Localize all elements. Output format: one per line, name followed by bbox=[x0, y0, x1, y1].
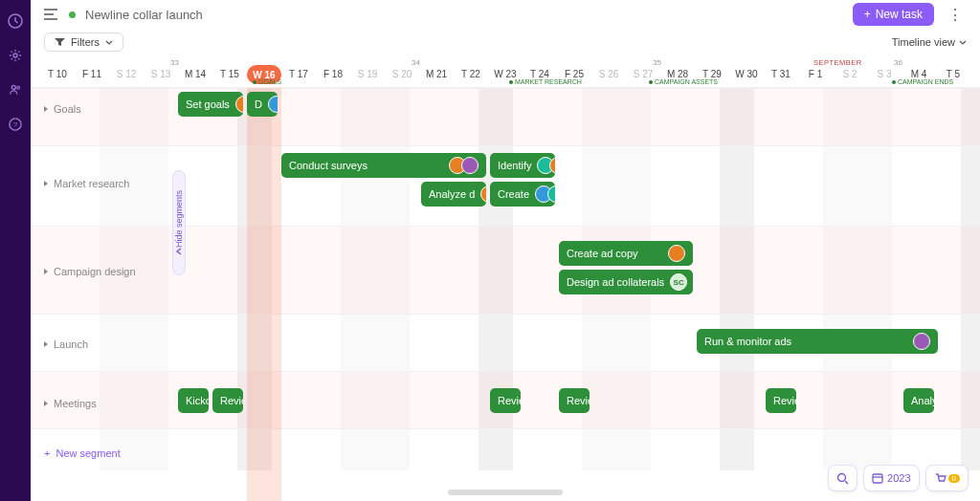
cart-button[interactable]: 0 bbox=[925, 465, 969, 491]
task-conduct-surveys[interactable]: Conduct surveys bbox=[281, 153, 486, 178]
task-run-monitor-ads[interactable]: Run & monitor ads bbox=[697, 329, 938, 354]
caret-icon bbox=[44, 269, 48, 274]
task-identify[interactable]: Identify bbox=[490, 153, 555, 178]
segment-campaign-design[interactable]: Campaign design bbox=[44, 266, 136, 277]
gear-icon[interactable] bbox=[8, 48, 23, 63]
segment-launch[interactable]: Launch bbox=[44, 338, 88, 350]
timeline-body: W 16 SEPTEMBER 33 34 35 36 T 10 F 11 S 1… bbox=[31, 55, 980, 501]
day-t31[interactable]: T 31 bbox=[764, 69, 798, 79]
segment-goals[interactable]: Goals bbox=[44, 103, 81, 115]
plus-icon: + bbox=[44, 447, 50, 459]
milestone-campaign-assets[interactable]: CAMPAIGN ASSETS bbox=[649, 78, 718, 85]
zoom-button[interactable] bbox=[828, 465, 858, 491]
day-w30[interactable]: W 30 bbox=[729, 69, 764, 79]
avatar bbox=[668, 245, 685, 262]
task-create[interactable]: Create bbox=[490, 182, 555, 207]
horizontal-scrollbar[interactable] bbox=[448, 490, 563, 495]
task-label: Revie bbox=[220, 395, 243, 406]
new-segment-button[interactable]: +New segment bbox=[44, 447, 121, 459]
new-segment-label: New segment bbox=[56, 447, 120, 459]
toolbar: Filters Timeline view bbox=[31, 29, 980, 55]
day-t15[interactable]: T 15 bbox=[212, 69, 247, 79]
day-s19[interactable]: S 19 bbox=[350, 69, 385, 79]
people-icon[interactable] bbox=[8, 82, 23, 98]
svg-text:?: ? bbox=[13, 120, 18, 129]
task-analyze[interactable]: Analyze d bbox=[421, 182, 486, 207]
today-column bbox=[247, 88, 281, 501]
cart-badge: 0 bbox=[948, 474, 960, 483]
milestone-market-research[interactable]: MARKET RESEARCH bbox=[509, 78, 582, 85]
task-label: Revie bbox=[773, 395, 796, 406]
more-icon[interactable]: ⋮ bbox=[944, 6, 967, 24]
weeknum-35: 35 bbox=[653, 58, 661, 67]
page-title: Newline collar launch bbox=[85, 8, 203, 22]
day-f1[interactable]: F 1 bbox=[798, 69, 833, 79]
task-label: Kicko bbox=[186, 395, 209, 406]
segment-label: Meetings bbox=[54, 398, 97, 409]
task-label: Create ad copy bbox=[567, 248, 638, 259]
task-review-4[interactable]: Revie bbox=[766, 388, 796, 413]
help-icon[interactable]: ? bbox=[8, 117, 23, 132]
weeknum-34: 34 bbox=[412, 58, 420, 67]
task-label: Analy bbox=[911, 395, 934, 406]
milestone-campaign-ends[interactable]: CAMPAIGN ENDS bbox=[892, 78, 953, 85]
new-task-button[interactable]: + New task bbox=[853, 3, 934, 26]
day-m14[interactable]: M 14 bbox=[178, 69, 212, 79]
task-d[interactable]: D bbox=[247, 92, 278, 117]
svg-point-6 bbox=[838, 473, 846, 481]
segment-label: Market research bbox=[54, 178, 129, 189]
day-t17[interactable]: T 17 bbox=[281, 69, 316, 79]
task-label: D bbox=[255, 98, 262, 110]
task-label: Set goals bbox=[186, 98, 230, 110]
task-review-1[interactable]: Revie bbox=[212, 388, 243, 413]
timeline-view-label: Timeline view bbox=[892, 36, 955, 48]
header: Newline collar launch + New task ⋮ bbox=[31, 0, 980, 29]
day-s20[interactable]: S 20 bbox=[385, 69, 419, 79]
task-review-2[interactable]: Revie bbox=[490, 388, 521, 413]
year-label: 2023 bbox=[887, 472, 910, 484]
avatar bbox=[461, 157, 479, 174]
segment-column: Goals Market research Campaign design La… bbox=[31, 55, 174, 501]
task-create-ad-copy[interactable]: Create ad copy bbox=[559, 241, 693, 266]
task-analy[interactable]: Analy bbox=[903, 388, 934, 413]
cart-icon bbox=[934, 472, 947, 485]
weeknum-36: 36 bbox=[894, 58, 902, 67]
menu-icon[interactable] bbox=[44, 8, 59, 21]
caret-icon bbox=[44, 181, 48, 186]
milestone-goals[interactable]: GOALS bbox=[253, 78, 281, 85]
avatar bbox=[268, 96, 278, 113]
avatar bbox=[235, 96, 243, 113]
day-m21[interactable]: M 21 bbox=[419, 69, 454, 79]
hide-segments-handle[interactable]: Hide segments bbox=[172, 170, 186, 275]
task-kickoff[interactable]: Kicko bbox=[178, 388, 209, 413]
task-label: Conduct surveys bbox=[289, 160, 368, 171]
filters-button[interactable]: Filters bbox=[44, 33, 123, 52]
year-button[interactable]: 2023 bbox=[863, 465, 919, 491]
day-s26[interactable]: S 26 bbox=[591, 69, 626, 79]
task-set-goals[interactable]: Set goals bbox=[178, 92, 243, 117]
day-t22[interactable]: T 22 bbox=[454, 69, 488, 79]
task-label: Revie bbox=[567, 395, 590, 406]
avatar bbox=[913, 333, 930, 350]
segment-label: Launch bbox=[54, 338, 88, 350]
day-f18[interactable]: F 18 bbox=[316, 69, 350, 79]
chevron-down-icon bbox=[105, 40, 113, 45]
segment-label: Goals bbox=[54, 103, 81, 115]
task-design-ad-collaterals[interactable]: Design ad collaterals SC bbox=[559, 270, 693, 294]
caret-icon bbox=[44, 341, 48, 347]
segment-label: Campaign design bbox=[54, 266, 136, 277]
clock-icon[interactable] bbox=[8, 13, 23, 29]
avatar-sc: SC bbox=[670, 273, 687, 291]
avatar bbox=[480, 185, 486, 203]
svg-point-3 bbox=[17, 86, 20, 89]
filters-label: Filters bbox=[71, 36, 100, 48]
task-review-3[interactable]: Revie bbox=[559, 388, 590, 413]
segment-market-research[interactable]: Market research bbox=[44, 178, 129, 189]
caret-icon bbox=[44, 401, 48, 406]
timeline-view-switch[interactable]: Timeline view bbox=[892, 36, 967, 48]
segment-meetings[interactable]: Meetings bbox=[44, 398, 97, 409]
svg-rect-7 bbox=[873, 474, 882, 483]
plus-icon: + bbox=[864, 8, 871, 21]
chevron-left-icon bbox=[175, 248, 183, 255]
day-s2[interactable]: S 2 bbox=[833, 69, 867, 79]
